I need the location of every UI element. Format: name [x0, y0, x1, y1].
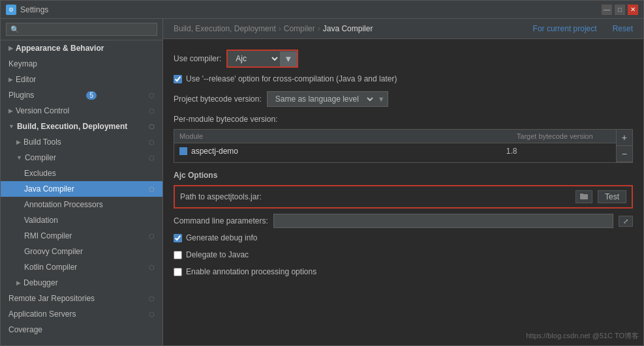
search-input[interactable]	[6, 23, 157, 36]
reset-link[interactable]: Reset	[613, 24, 633, 33]
compiler-dropdown-arrow[interactable]: ▼	[280, 51, 296, 66]
window-title: Settings	[20, 5, 602, 14]
browse-button[interactable]	[575, 190, 592, 203]
expand-arrow-compiler: ▼	[16, 154, 22, 161]
sidebar-item-build-tools[interactable]: ▶ Build Tools ⬡	[1, 134, 162, 150]
project-bytecode-label: Project bytecode version:	[174, 94, 262, 104]
sidebar-item-excludes[interactable]: Excludes	[1, 166, 162, 181]
generate-debug-label: Generate debug info	[186, 233, 257, 242]
search-box	[1, 19, 162, 40]
sidebar-item-rmi-compiler[interactable]: RMI Compiler ⬡	[1, 228, 162, 244]
bytecode-dropdown-arrow: ▼	[375, 95, 388, 103]
cmdline-expand-button[interactable]: ⤢	[619, 216, 633, 227]
table-row[interactable]: aspectj-demo 1.8	[174, 143, 616, 159]
sidebar-item-coverage[interactable]: Coverage	[1, 322, 162, 338]
breadcrumb-part3: Java Compiler	[323, 24, 373, 33]
compiler-select-wrapper: Ajc Javac Eclipse ▼	[226, 50, 298, 68]
cmdline-label: Command line parameters:	[174, 216, 268, 225]
module-icon	[179, 147, 187, 155]
column-module: Module	[174, 130, 512, 143]
main-content-area: ▶ Appearance & Behavior Keymap ▶ Editor …	[1, 19, 643, 345]
header-actions: For current project Reset	[533, 24, 633, 33]
svg-rect-1	[580, 194, 583, 195]
ajc-path-input[interactable]	[267, 192, 570, 201]
sidebar-item-editor[interactable]: ▶ Editor	[1, 72, 162, 87]
sidebar-item-compiler[interactable]: ▼ Compiler ⬡	[1, 150, 162, 166]
sidebar-item-validation[interactable]: Validation	[1, 212, 162, 228]
sidebar-item-debugger[interactable]: ▶ Debugger	[1, 275, 162, 291]
ajc-path-row: Path to aspectjtools.jar: Test	[174, 185, 633, 209]
main-body: Use compiler: Ajc Javac Eclipse ▼ Use '-…	[163, 39, 643, 345]
main-header: Build, Execution, Deployment › Compiler …	[163, 19, 643, 39]
sidebar: ▶ Appearance & Behavior Keymap ▶ Editor …	[1, 19, 163, 345]
external-icon-rj: ⬡	[149, 295, 155, 302]
external-icon-compiler: ⬡	[149, 154, 155, 162]
sidebar-item-remote-jar[interactable]: Remote Jar Repositories ⬡	[1, 291, 162, 306]
external-icon-kotlin: ⬡	[149, 264, 155, 271]
module-cell: aspectj-demo	[179, 147, 506, 156]
sidebar-item-build-execution[interactable]: ▼ Build, Execution, Deployment ⬡	[1, 119, 162, 134]
ajc-options-section: Ajc Options Path to aspectjtools.jar: Te…	[174, 171, 633, 276]
sidebar-item-annotation-processors[interactable]: Annotation Processors	[1, 197, 162, 212]
app-icon: ⚙	[6, 5, 16, 15]
plugins-badge: 5	[86, 91, 97, 100]
for-project-link[interactable]: For current project	[533, 24, 597, 33]
bytecode-select-wrapper: Same as language level ▼	[267, 91, 388, 107]
compiler-select[interactable]: Ajc Javac Eclipse	[228, 51, 280, 66]
sidebar-item-keymap[interactable]: Keymap	[1, 56, 162, 72]
remove-module-button[interactable]: −	[617, 146, 632, 162]
delegate-javac-checkbox[interactable]	[174, 251, 182, 259]
external-icon-jc: ⬡	[149, 186, 155, 193]
sidebar-item-app-servers[interactable]: Application Servers ⬡	[1, 306, 162, 322]
sidebar-item-appearance[interactable]: ▶ Appearance & Behavior	[1, 40, 162, 56]
enable-annotation-row: Enable annotation processing options	[174, 267, 633, 276]
use-compiler-row: Use compiler: Ajc Javac Eclipse ▼	[174, 50, 633, 68]
breadcrumb-part1: Build, Execution, Deployment	[174, 24, 276, 33]
external-icon-build: ⬡	[149, 123, 155, 130]
close-button[interactable]: ✕	[628, 5, 638, 15]
enable-annotation-label: Enable annotation processing options	[186, 267, 316, 276]
external-icon-rmi: ⬡	[149, 233, 155, 240]
sidebar-item-kotlin-compiler[interactable]: Kotlin Compiler ⬡	[1, 259, 162, 275]
delegate-javac-label: Delegate to Javac	[186, 250, 249, 259]
minimize-button[interactable]: —	[602, 5, 612, 15]
generate-debug-checkbox[interactable]	[174, 234, 182, 242]
watermark: https://blog.csdn.net @51C TO博客	[526, 331, 639, 341]
delegate-javac-row: Delegate to Javac	[174, 250, 633, 259]
enable-annotation-checkbox[interactable]	[174, 268, 182, 276]
expand-arrow-editor: ▶	[8, 76, 13, 83]
add-module-button[interactable]: +	[617, 130, 632, 146]
test-button[interactable]: Test	[598, 190, 626, 203]
sidebar-item-version-control[interactable]: ▶ Version Control ⬡	[1, 103, 162, 119]
release-option-checkbox[interactable]	[174, 75, 182, 83]
generate-debug-row: Generate debug info	[174, 233, 633, 242]
sidebar-item-plugins[interactable]: Plugins 5 ⬡	[1, 87, 162, 103]
project-bytecode-row: Project bytecode version: Same as langua…	[174, 91, 633, 107]
external-icon-bt: ⬡	[149, 139, 155, 146]
expand-arrow-build: ▼	[8, 123, 14, 130]
table-main: Module Target bytecode version aspectj-d…	[174, 130, 616, 162]
per-module-title: Per-module bytecode version:	[174, 115, 633, 124]
maximize-button[interactable]: □	[615, 5, 625, 15]
expand-arrow-bt: ▶	[16, 139, 21, 145]
table-header: Module Target bytecode version	[174, 130, 616, 143]
sidebar-item-java-compiler[interactable]: Java Compiler ⬡	[1, 181, 162, 197]
expand-arrow-vc: ▶	[8, 108, 13, 114]
expand-arrow-appearance: ▶	[8, 45, 13, 51]
ajc-path-label: Path to aspectjtools.jar:	[180, 192, 262, 201]
breadcrumb-part2: Compiler	[284, 24, 315, 33]
expand-arrow-debugger: ▶	[16, 280, 21, 286]
breadcrumb-sep1: ›	[279, 24, 281, 33]
module-name: aspectj-demo	[191, 147, 238, 156]
window-controls: — □ ✕	[602, 5, 638, 15]
column-version: Target bytecode version	[512, 130, 616, 143]
settings-window: ⚙ Settings — □ ✕ ▶ Appearance & Behavior…	[0, 0, 644, 346]
cmdline-input[interactable]	[273, 214, 613, 228]
sidebar-item-groovy-compiler[interactable]: Groovy Compiler	[1, 244, 162, 259]
external-icon-as: ⬡	[149, 311, 155, 318]
main-panel: Build, Execution, Deployment › Compiler …	[163, 19, 643, 345]
breadcrumb-sep2: ›	[318, 24, 320, 33]
bytecode-select[interactable]: Same as language level	[268, 92, 375, 106]
cmdline-row: Command line parameters: ⤢	[174, 214, 633, 228]
external-icon-vc: ⬡	[149, 108, 155, 115]
